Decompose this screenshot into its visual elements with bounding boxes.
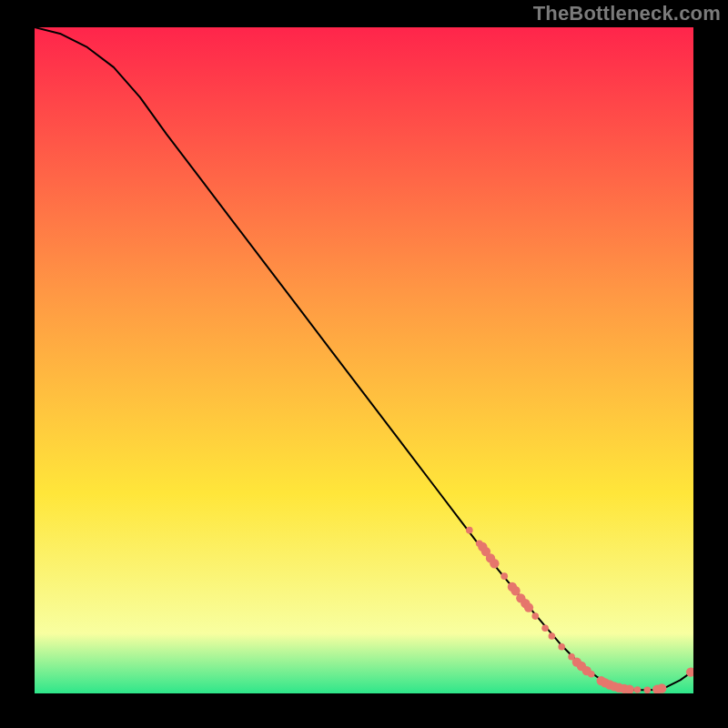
data-marker bbox=[466, 527, 473, 534]
data-marker bbox=[490, 559, 499, 568]
data-marker bbox=[588, 671, 595, 678]
data-marker bbox=[531, 612, 539, 620]
data-marker bbox=[558, 643, 565, 651]
data-marker bbox=[634, 686, 642, 693]
data-marker bbox=[644, 687, 652, 693]
attribution-text: TheBottleneck.com bbox=[533, 2, 721, 25]
data-marker bbox=[657, 683, 666, 693]
data-marker bbox=[524, 602, 533, 612]
data-marker bbox=[500, 572, 508, 580]
data-marker bbox=[541, 624, 549, 632]
gradient-background bbox=[35, 27, 693, 693]
bottleneck-chart bbox=[35, 27, 693, 693]
data-marker bbox=[549, 632, 556, 640]
chart-svg bbox=[35, 27, 693, 693]
